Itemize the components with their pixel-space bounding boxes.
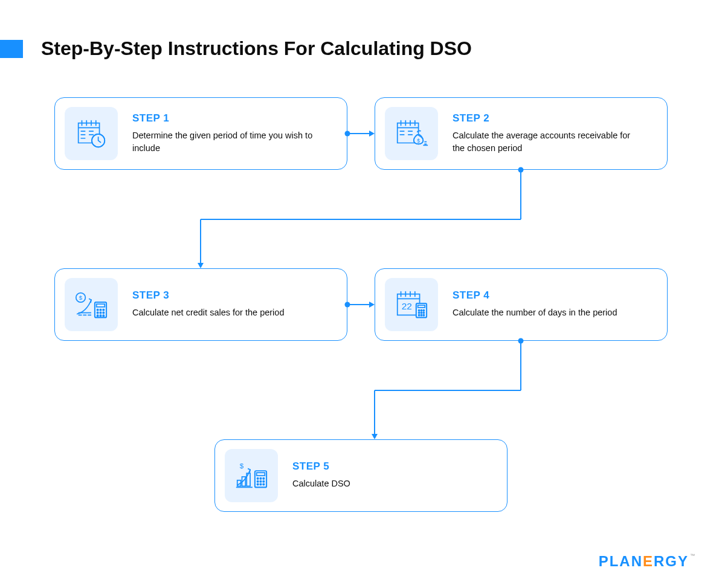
- svg-point-45: [263, 483, 264, 485]
- svg-point-42: [263, 481, 264, 482]
- brand-logo: PLANERGY™: [599, 553, 696, 570]
- svg-point-8: [97, 309, 98, 311]
- step-description: Calculate the number of days in the peri…: [453, 306, 634, 319]
- growth-calculator-icon: $: [65, 278, 118, 331]
- step-label: STEP 2: [453, 112, 657, 124]
- svg-text:$: $: [240, 462, 244, 470]
- svg-text:$: $: [79, 294, 83, 301]
- step-description: Calculate the average accounts receivabl…: [453, 129, 634, 155]
- svg-point-14: [97, 315, 98, 316]
- step-description: Calculate net credit sales for the perio…: [132, 306, 314, 319]
- title-accent-block: [0, 40, 23, 58]
- svg-point-40: [257, 481, 258, 482]
- svg-point-39: [263, 478, 264, 479]
- svg-point-12: [100, 312, 101, 313]
- svg-point-22: [420, 310, 422, 311]
- svg-point-9: [100, 309, 101, 311]
- page-title-bar: Step-By-Step Instructions For Calculatin…: [0, 37, 472, 60]
- svg-point-38: [260, 478, 261, 479]
- page-title: Step-By-Step Instructions For Calculatin…: [41, 37, 472, 60]
- step-card-1: STEP 1 Determine the given period of tim…: [54, 97, 347, 170]
- svg-point-26: [423, 312, 424, 313]
- svg-point-43: [257, 483, 258, 485]
- svg-point-41: [260, 481, 261, 482]
- step-card-5: $ STEP 5 Calculate DSO: [214, 439, 507, 512]
- svg-point-28: [420, 314, 422, 315]
- step-card-2: $ STEP 2 Calculate the average accounts …: [375, 97, 668, 170]
- svg-point-13: [103, 312, 104, 313]
- svg-point-15: [100, 315, 101, 316]
- step-label: STEP 5: [292, 460, 497, 473]
- svg-point-27: [419, 314, 420, 315]
- calendar-clock-icon: [65, 107, 118, 160]
- chart-calculator-icon: $: [225, 449, 278, 502]
- svg-text:22: 22: [402, 301, 412, 311]
- step-label: STEP 3: [132, 289, 337, 302]
- svg-point-16: [103, 315, 104, 316]
- svg-point-23: [423, 310, 424, 311]
- step-label: STEP 1: [132, 112, 337, 124]
- svg-point-44: [260, 483, 261, 485]
- svg-point-25: [420, 312, 422, 313]
- svg-point-10: [103, 309, 104, 311]
- step-card-4: 22 STEP 4 Calculate the number of days i…: [375, 268, 668, 341]
- svg-point-11: [97, 312, 98, 313]
- step-description: Determine the given period of time you w…: [132, 129, 314, 155]
- calendar-days-icon: 22: [385, 278, 438, 331]
- svg-point-21: [419, 310, 420, 311]
- svg-point-37: [257, 478, 258, 479]
- svg-point-24: [419, 312, 420, 313]
- step-description: Calculate DSO: [292, 477, 474, 490]
- svg-text:$: $: [417, 138, 420, 144]
- calendar-money-icon: $: [385, 107, 438, 160]
- svg-point-29: [423, 314, 424, 315]
- step-card-3: $ STEP 3 Calculate net credit sales for …: [54, 268, 347, 341]
- step-label: STEP 4: [453, 289, 657, 302]
